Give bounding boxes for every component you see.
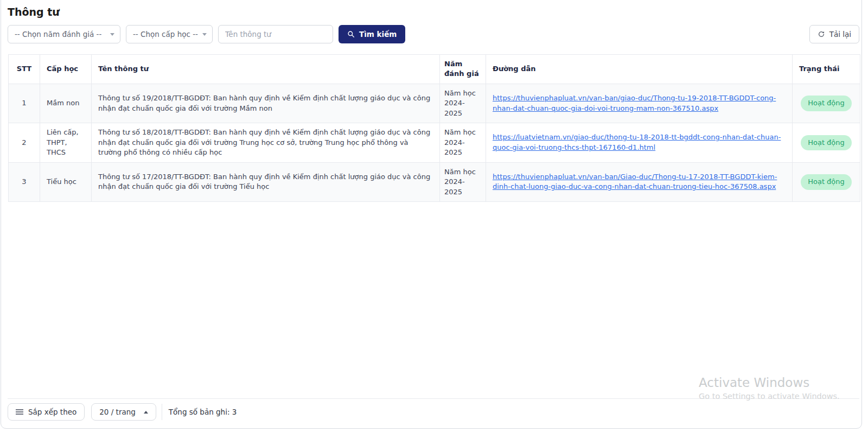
sort-icon	[16, 409, 23, 415]
search-icon	[347, 30, 355, 38]
cell-stt: 1	[9, 84, 40, 123]
header-status: Trạng thái	[793, 55, 860, 84]
cell-name: Thông tư số 17/2018/TT-BGDĐT: Ban hành q…	[92, 162, 440, 201]
reload-icon	[818, 30, 825, 38]
reload-button[interactable]: Tải lại	[809, 25, 859, 43]
cell-name: Thông tư số 19/2018/TT-BGDĐT: Ban hành q…	[92, 84, 440, 123]
footer-bar: Sắp xếp theo 20 / trang Tổng số bản ghi:…	[8, 398, 859, 421]
status-badge: Hoạt động	[801, 174, 852, 189]
cell-stt: 2	[9, 123, 40, 162]
cell-url: https://thuvienphapluat.vn/van-ban/giao-…	[486, 84, 793, 123]
status-badge: Hoạt động	[801, 135, 852, 150]
cell-status: Hoạt động	[793, 84, 860, 123]
cell-year: Năm học 2024-2025	[440, 123, 486, 162]
chevron-up-icon	[144, 411, 148, 414]
header-year: Năm đánh giá	[440, 55, 486, 84]
footer-divider	[162, 404, 162, 420]
watermark-line1: Activate Windows	[699, 376, 840, 390]
chevron-down-icon	[110, 33, 114, 36]
total-records: Tổng số bản ghi: 3	[169, 408, 237, 416]
level-select[interactable]: -- Chọn cấp học --	[126, 25, 213, 43]
year-select-value: -- Chọn năm đánh giá --	[15, 30, 101, 39]
cell-stt: 3	[9, 162, 40, 201]
table-row: 2 Liên cấp, THPT, THCS Thông tư số 18/20…	[9, 123, 860, 162]
cell-level: Liên cấp, THPT, THCS	[40, 123, 92, 162]
level-select-value: -- Chọn cấp học --	[133, 30, 198, 39]
circulars-table-wrap: STT Cấp học Tên thông tư Năm đánh giá Đư…	[8, 54, 860, 202]
search-button[interactable]: Tìm kiếm	[339, 25, 405, 43]
circular-link[interactable]: https://luatvietnam.vn/giao-duc/thong-tu…	[493, 133, 781, 151]
cell-level: Mầm non	[40, 84, 92, 123]
cell-url: https://thuvienphapluat.vn/van-ban/Giao-…	[486, 162, 793, 201]
circulars-page: Thông tư -- Chọn năm đánh giá -- -- Chọn…	[0, 0, 868, 432]
page-title: Thông tư	[8, 6, 60, 18]
circular-name-input[interactable]	[218, 25, 333, 43]
chevron-down-icon	[202, 33, 207, 36]
header-name: Tên thông tư	[92, 55, 440, 84]
cell-year: Năm học 2024-2025	[440, 162, 486, 201]
page-size-select[interactable]: 20 / trang	[91, 403, 156, 421]
cell-name: Thông tư số 18/2018/TT-BGDĐT: Ban hành q…	[92, 123, 440, 162]
activate-windows-watermark: Activate Windows Go to Settings to activ…	[699, 376, 840, 401]
filter-bar: -- Chọn năm đánh giá -- -- Chọn cấp học …	[8, 25, 859, 43]
header-level: Cấp học	[40, 55, 92, 84]
circulars-table: STT Cấp học Tên thông tư Năm đánh giá Đư…	[8, 54, 860, 202]
cell-status: Hoạt động	[793, 162, 860, 201]
page-size-value: 20 / trang	[99, 408, 136, 416]
status-badge: Hoạt động	[801, 96, 852, 111]
sort-button[interactable]: Sắp xếp theo	[8, 403, 85, 421]
circular-link[interactable]: https://thuvienphapluat.vn/van-ban/Giao-…	[493, 173, 777, 190]
sort-button-label: Sắp xếp theo	[28, 408, 76, 416]
cell-url: https://luatvietnam.vn/giao-duc/thong-tu…	[486, 123, 793, 162]
header-stt: STT	[9, 55, 40, 84]
circular-link[interactable]: https://thuvienphapluat.vn/van-ban/giao-…	[493, 94, 776, 112]
cell-year: Năm học 2024-2025	[440, 84, 486, 123]
cell-level: Tiểu học	[40, 162, 92, 201]
table-row: 3 Tiểu học Thông tư số 17/2018/TT-BGDĐT:…	[9, 162, 860, 201]
year-select[interactable]: -- Chọn năm đánh giá --	[8, 25, 120, 43]
reload-button-label: Tải lại	[829, 30, 851, 39]
search-button-label: Tìm kiếm	[359, 30, 397, 39]
table-header-row: STT Cấp học Tên thông tư Năm đánh giá Đư…	[9, 55, 860, 84]
table-row: 1 Mầm non Thông tư số 19/2018/TT-BGDĐT: …	[9, 84, 860, 123]
header-url: Đường dẫn	[486, 55, 793, 84]
cell-status: Hoạt động	[793, 123, 860, 162]
